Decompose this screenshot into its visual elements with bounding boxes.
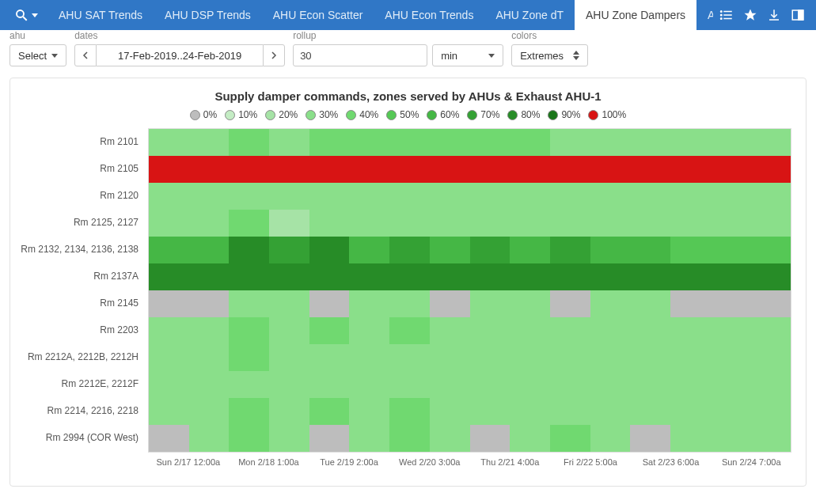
heatmap-cell[interactable]: [309, 398, 350, 425]
heatmap-cell[interactable]: [269, 210, 309, 237]
legend-item[interactable]: 20%: [265, 109, 298, 120]
heatmap-cell[interactable]: [590, 237, 631, 263]
legend-item[interactable]: 10%: [225, 109, 257, 120]
heatmap-cell[interactable]: [189, 210, 230, 237]
heatmap-cell[interactable]: [189, 237, 230, 263]
heatmap-cell[interactable]: [389, 263, 430, 290]
legend-item[interactable]: 50%: [386, 109, 419, 120]
heatmap-cell[interactable]: [550, 371, 590, 398]
heatmap-cell[interactable]: [229, 156, 269, 183]
heatmap-cell[interactable]: [389, 210, 430, 237]
list-icon[interactable]: [719, 8, 734, 22]
heatmap-cell[interactable]: [590, 317, 631, 344]
heatmap-cell[interactable]: [630, 398, 670, 425]
heatmap-cell[interactable]: [630, 425, 670, 452]
heatmap-cell[interactable]: [309, 317, 350, 344]
tab-dsp-trends[interactable]: AHU DSP Trends: [154, 0, 262, 30]
heatmap-cell[interactable]: [750, 210, 791, 237]
heatmap-cell[interactable]: [430, 129, 470, 156]
heatmap-cell[interactable]: [630, 156, 670, 183]
heatmap-cell[interactable]: [349, 371, 389, 398]
heatmap-cell[interactable]: [309, 263, 350, 290]
tab-zone-dt[interactable]: AHU Zone dT: [484, 0, 575, 30]
tab-overflow[interactable]: AH: [696, 0, 713, 30]
heatmap-cell[interactable]: [630, 129, 670, 156]
heatmap-cell[interactable]: [510, 290, 550, 317]
heatmap-cell[interactable]: [750, 398, 791, 425]
tab-econ-trends[interactable]: AHU Econ Trends: [374, 0, 484, 30]
heatmap-cell[interactable]: [229, 183, 269, 210]
heatmap-cell[interactable]: [590, 425, 631, 452]
heatmap-cell[interactable]: [510, 371, 550, 398]
heatmap-cell[interactable]: [670, 344, 711, 371]
heatmap-cell[interactable]: [229, 398, 269, 425]
heatmap-cell[interactable]: [430, 237, 470, 263]
heatmap-cell[interactable]: [189, 398, 230, 425]
heatmap-cell[interactable]: [149, 371, 189, 398]
heatmap-cell[interactable]: [630, 344, 670, 371]
heatmap-cell[interactable]: [510, 156, 550, 183]
heatmap-cell[interactable]: [750, 425, 791, 452]
heatmap-cell[interactable]: [269, 237, 309, 263]
heatmap-cell[interactable]: [149, 183, 189, 210]
heatmap-cell[interactable]: [711, 183, 751, 210]
heatmap-cell[interactable]: [750, 129, 791, 156]
heatmap-cell[interactable]: [670, 156, 711, 183]
heatmap-cell[interactable]: [269, 263, 309, 290]
heatmap-cell[interactable]: [189, 156, 230, 183]
heatmap-cell[interactable]: [670, 317, 711, 344]
heatmap-cell[interactable]: [470, 371, 510, 398]
heatmap-cell[interactable]: [189, 317, 230, 344]
heatmap-cell[interactable]: [149, 344, 189, 371]
heatmap-cell[interactable]: [510, 398, 550, 425]
heatmap-cell[interactable]: [430, 183, 470, 210]
heatmap-cell[interactable]: [590, 183, 631, 210]
heatmap-cell[interactable]: [670, 371, 711, 398]
heatmap-cell[interactable]: [630, 317, 670, 344]
heatmap-cell[interactable]: [229, 210, 269, 237]
heatmap-cell[interactable]: [349, 344, 389, 371]
star-icon[interactable]: [743, 8, 757, 22]
heatmap-cell[interactable]: [309, 290, 350, 317]
tab-econ-scatter[interactable]: AHU Econ Scatter: [262, 0, 374, 30]
heatmap-cell[interactable]: [550, 129, 590, 156]
heatmap-cell[interactable]: [389, 290, 430, 317]
heatmap-cell[interactable]: [711, 425, 751, 452]
tab-zone-dampers[interactable]: AHU Zone Dampers: [575, 0, 696, 30]
heatmap-cell[interactable]: [470, 344, 510, 371]
heatmap-cell[interactable]: [750, 237, 791, 263]
heatmap-cell[interactable]: [430, 398, 470, 425]
heatmap-cell[interactable]: [750, 317, 791, 344]
heatmap-cell[interactable]: [550, 398, 590, 425]
heatmap-cell[interactable]: [510, 129, 550, 156]
heatmap-cell[interactable]: [229, 371, 269, 398]
heatmap-cell[interactable]: [711, 290, 751, 317]
heatmap-cell[interactable]: [630, 290, 670, 317]
heatmap-cell[interactable]: [670, 210, 711, 237]
tab-sat-trends[interactable]: AHU SAT Trends: [47, 0, 154, 30]
heatmap-cell[interactable]: [430, 156, 470, 183]
heatmap-cell[interactable]: [189, 371, 230, 398]
heatmap-cell[interactable]: [590, 156, 631, 183]
heatmap-cell[interactable]: [711, 129, 751, 156]
heatmap-cell[interactable]: [550, 290, 590, 317]
heatmap-cell[interactable]: [269, 425, 309, 452]
heatmap-cell[interactable]: [711, 371, 751, 398]
heatmap-cell[interactable]: [670, 398, 711, 425]
heatmap-cell[interactable]: [470, 290, 510, 317]
heatmap-cell[interactable]: [349, 398, 389, 425]
heatmap-cell[interactable]: [309, 371, 350, 398]
heatmap-cell[interactable]: [149, 317, 189, 344]
heatmap-cell[interactable]: [229, 344, 269, 371]
legend-item[interactable]: 40%: [346, 109, 378, 120]
dates-input[interactable]: 17-Feb-2019..24-Feb-2019: [97, 44, 263, 66]
panel-icon[interactable]: [791, 8, 805, 22]
heatmap-cell[interactable]: [470, 183, 510, 210]
heatmap-cell[interactable]: [349, 290, 389, 317]
colors-select[interactable]: Extremes: [511, 44, 588, 66]
heatmap-cell[interactable]: [750, 344, 791, 371]
heatmap-cell[interactable]: [430, 210, 470, 237]
heatmap-cell[interactable]: [389, 398, 430, 425]
heatmap-cell[interactable]: [149, 290, 189, 317]
heatmap-cell[interactable]: [229, 263, 269, 290]
